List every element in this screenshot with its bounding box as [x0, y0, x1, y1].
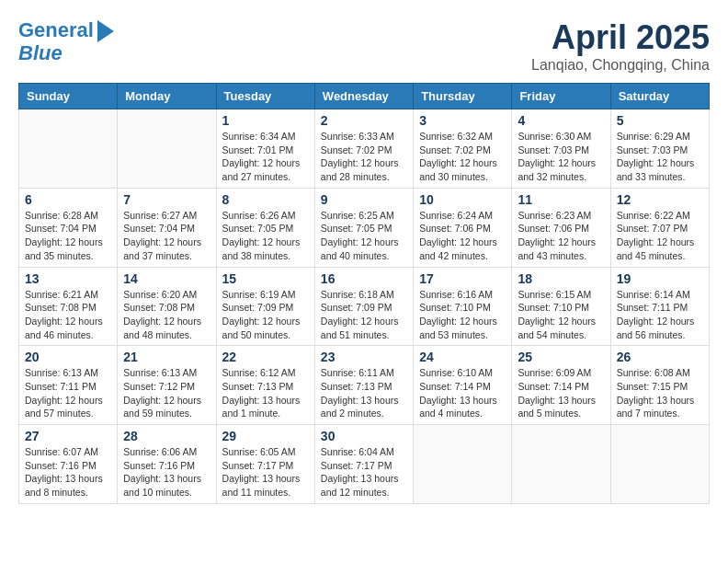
weekday-header-sunday: Sunday — [19, 84, 118, 109]
day-info: Sunrise: 6:07 AM Sunset: 7:16 PM Dayligh… — [25, 445, 111, 500]
calendar-cell: 23Sunrise: 6:11 AM Sunset: 7:13 PM Dayli… — [314, 346, 413, 425]
calendar-cell: 14Sunrise: 6:20 AM Sunset: 7:08 PM Dayli… — [118, 267, 216, 346]
day-number: 1 — [222, 113, 309, 128]
day-number: 29 — [222, 429, 309, 443]
week-row-3: 13Sunrise: 6:21 AM Sunset: 7:08 PM Dayli… — [19, 267, 710, 346]
day-info: Sunrise: 6:19 AM Sunset: 7:09 PM Dayligh… — [222, 288, 309, 342]
day-number: 19 — [617, 271, 703, 286]
calendar-cell: 4Sunrise: 6:30 AM Sunset: 7:03 PM Daylig… — [512, 109, 610, 189]
calendar-cell: 11Sunrise: 6:23 AM Sunset: 7:06 PM Dayli… — [512, 188, 610, 267]
day-number: 9 — [321, 192, 407, 207]
day-info: Sunrise: 6:12 AM Sunset: 7:13 PM Dayligh… — [222, 366, 309, 420]
day-number: 21 — [123, 350, 210, 364]
calendar-cell — [414, 425, 512, 504]
day-info: Sunrise: 6:20 AM Sunset: 7:08 PM Dayligh… — [123, 288, 210, 342]
day-number: 8 — [222, 192, 309, 207]
day-number: 12 — [617, 192, 703, 207]
day-info: Sunrise: 6:13 AM Sunset: 7:11 PM Dayligh… — [25, 366, 111, 420]
weekday-header-monday: Monday — [118, 84, 216, 109]
weekday-header-thursday: Thursday — [414, 84, 512, 109]
day-info: Sunrise: 6:10 AM Sunset: 7:14 PM Dayligh… — [419, 366, 506, 420]
day-number: 13 — [25, 271, 111, 286]
day-number: 18 — [518, 271, 604, 286]
day-number: 23 — [321, 350, 407, 364]
page-header: General Blue April 2025 Lanqiao, Chongqi… — [18, 18, 710, 74]
calendar-cell: 6Sunrise: 6:28 AM Sunset: 7:04 PM Daylig… — [19, 188, 118, 267]
weekday-header-wednesday: Wednesday — [314, 84, 413, 109]
day-info: Sunrise: 6:14 AM Sunset: 7:11 PM Dayligh… — [617, 288, 703, 342]
day-number: 11 — [518, 192, 604, 207]
day-info: Sunrise: 6:32 AM Sunset: 7:02 PM Dayligh… — [419, 130, 506, 184]
weekday-header-tuesday: Tuesday — [216, 84, 314, 109]
day-number: 3 — [419, 113, 506, 128]
day-info: Sunrise: 6:11 AM Sunset: 7:13 PM Dayligh… — [321, 366, 407, 420]
day-info: Sunrise: 6:22 AM Sunset: 7:07 PM Dayligh… — [617, 209, 703, 263]
calendar-cell: 27Sunrise: 6:07 AM Sunset: 7:16 PM Dayli… — [19, 425, 118, 504]
day-info: Sunrise: 6:15 AM Sunset: 7:10 PM Dayligh… — [518, 288, 604, 342]
day-number: 2 — [321, 113, 407, 128]
calendar-cell: 29Sunrise: 6:05 AM Sunset: 7:17 PM Dayli… — [216, 425, 314, 504]
calendar-cell: 21Sunrise: 6:13 AM Sunset: 7:12 PM Dayli… — [118, 346, 216, 425]
weekday-header-friday: Friday — [512, 84, 610, 109]
day-number: 30 — [321, 429, 407, 443]
calendar-cell — [19, 109, 118, 189]
weekday-header-row: SundayMondayTuesdayWednesdayThursdayFrid… — [19, 84, 710, 109]
title-section: April 2025 Lanqiao, Chongqing, China — [531, 18, 710, 74]
day-number: 24 — [419, 350, 506, 364]
calendar-cell: 24Sunrise: 6:10 AM Sunset: 7:14 PM Dayli… — [414, 346, 512, 425]
day-info: Sunrise: 6:18 AM Sunset: 7:09 PM Dayligh… — [321, 288, 407, 342]
day-number: 27 — [25, 429, 111, 443]
day-number: 28 — [123, 429, 210, 443]
day-number: 4 — [518, 113, 604, 128]
day-number: 14 — [123, 271, 210, 286]
weekday-header-saturday: Saturday — [610, 84, 709, 109]
day-number: 20 — [25, 350, 111, 364]
day-info: Sunrise: 6:05 AM Sunset: 7:17 PM Dayligh… — [222, 445, 309, 500]
day-info: Sunrise: 6:28 AM Sunset: 7:04 PM Dayligh… — [25, 209, 111, 263]
calendar-cell: 9Sunrise: 6:25 AM Sunset: 7:05 PM Daylig… — [314, 188, 413, 267]
calendar-cell: 3Sunrise: 6:32 AM Sunset: 7:02 PM Daylig… — [414, 109, 512, 189]
day-info: Sunrise: 6:23 AM Sunset: 7:06 PM Dayligh… — [518, 209, 604, 263]
logo: General Blue — [18, 18, 114, 64]
calendar-cell: 12Sunrise: 6:22 AM Sunset: 7:07 PM Dayli… — [610, 188, 709, 267]
calendar-cell — [610, 425, 709, 504]
calendar-table: SundayMondayTuesdayWednesdayThursdayFrid… — [18, 83, 710, 504]
day-info: Sunrise: 6:30 AM Sunset: 7:03 PM Dayligh… — [518, 130, 604, 184]
day-number: 16 — [321, 271, 407, 286]
calendar-cell — [118, 109, 216, 189]
day-number: 25 — [518, 350, 604, 364]
calendar-cell: 19Sunrise: 6:14 AM Sunset: 7:11 PM Dayli… — [610, 267, 709, 346]
calendar-cell: 10Sunrise: 6:24 AM Sunset: 7:06 PM Dayli… — [414, 188, 512, 267]
calendar-cell: 5Sunrise: 6:29 AM Sunset: 7:03 PM Daylig… — [610, 109, 709, 189]
day-info: Sunrise: 6:33 AM Sunset: 7:02 PM Dayligh… — [321, 130, 407, 184]
day-number: 7 — [123, 192, 210, 207]
day-info: Sunrise: 6:06 AM Sunset: 7:16 PM Dayligh… — [123, 445, 210, 500]
day-info: Sunrise: 6:08 AM Sunset: 7:15 PM Dayligh… — [617, 366, 703, 420]
logo-arrow-icon — [97, 20, 114, 42]
day-number: 17 — [419, 271, 506, 286]
day-info: Sunrise: 6:27 AM Sunset: 7:04 PM Dayligh… — [123, 209, 210, 263]
day-number: 6 — [25, 192, 111, 207]
calendar-cell: 2Sunrise: 6:33 AM Sunset: 7:02 PM Daylig… — [314, 109, 413, 189]
day-info: Sunrise: 6:13 AM Sunset: 7:12 PM Dayligh… — [123, 366, 210, 420]
calendar-cell: 17Sunrise: 6:16 AM Sunset: 7:10 PM Dayli… — [414, 267, 512, 346]
calendar-cell: 8Sunrise: 6:26 AM Sunset: 7:05 PM Daylig… — [216, 188, 314, 267]
calendar-subtitle: Lanqiao, Chongqing, China — [531, 57, 710, 74]
calendar-cell: 16Sunrise: 6:18 AM Sunset: 7:09 PM Dayli… — [314, 267, 413, 346]
calendar-cell: 20Sunrise: 6:13 AM Sunset: 7:11 PM Dayli… — [19, 346, 118, 425]
week-row-4: 20Sunrise: 6:13 AM Sunset: 7:11 PM Dayli… — [19, 346, 710, 425]
day-info: Sunrise: 6:26 AM Sunset: 7:05 PM Dayligh… — [222, 209, 309, 263]
day-info: Sunrise: 6:21 AM Sunset: 7:08 PM Dayligh… — [25, 288, 111, 342]
day-info: Sunrise: 6:34 AM Sunset: 7:01 PM Dayligh… — [222, 130, 309, 184]
calendar-cell: 15Sunrise: 6:19 AM Sunset: 7:09 PM Dayli… — [216, 267, 314, 346]
week-row-2: 6Sunrise: 6:28 AM Sunset: 7:04 PM Daylig… — [19, 188, 710, 267]
calendar-cell: 1Sunrise: 6:34 AM Sunset: 7:01 PM Daylig… — [216, 109, 314, 189]
day-info: Sunrise: 6:29 AM Sunset: 7:03 PM Dayligh… — [617, 130, 703, 184]
calendar-cell — [512, 425, 610, 504]
day-info: Sunrise: 6:24 AM Sunset: 7:06 PM Dayligh… — [419, 209, 506, 263]
logo-line2: Blue — [18, 42, 63, 64]
day-info: Sunrise: 6:04 AM Sunset: 7:17 PM Dayligh… — [321, 445, 407, 500]
calendar-cell: 26Sunrise: 6:08 AM Sunset: 7:15 PM Dayli… — [610, 346, 709, 425]
calendar-cell: 28Sunrise: 6:06 AM Sunset: 7:16 PM Dayli… — [118, 425, 216, 504]
day-number: 26 — [617, 350, 703, 364]
